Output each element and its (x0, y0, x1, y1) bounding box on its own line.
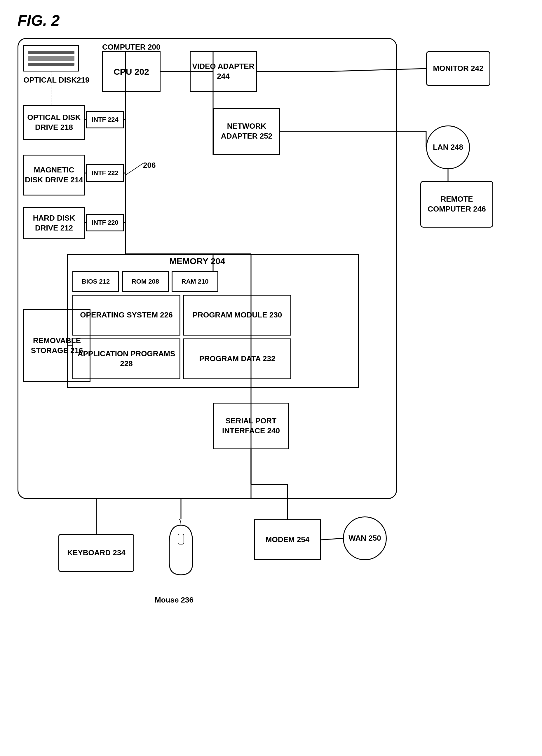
program-module-label: PROGRAM MODULE 230 (193, 310, 282, 320)
remote-computer-label: REMOTE COMPUTER 246 (421, 194, 492, 214)
mouse-icon (163, 519, 198, 578)
hard-drive-box: HARD DISK DRIVE 212 (23, 207, 85, 239)
mouse-area (159, 519, 203, 586)
rom-box: ROM 208 (122, 271, 169, 292)
serial-port-box: SERIAL PORT INTERFACE 240 (213, 403, 289, 449)
magnetic-drive-label: MAGNETIC DISK DRIVE 214 (24, 165, 84, 185)
program-data-box: PROGRAM DATA 232 (183, 338, 291, 379)
program-data-label: PROGRAM DATA 232 (199, 354, 276, 364)
intf222-label: INTF 222 (92, 169, 118, 177)
computer-label: COMPUTER 200 (102, 42, 160, 52)
wan-label: WAN 250 (348, 533, 381, 543)
modem-box: MODEM 254 (254, 519, 321, 560)
program-module-box: PROGRAM MODULE 230 (183, 295, 291, 336)
bios-box: BIOS 212 (72, 271, 119, 292)
keyboard-box: KEYBOARD 234 (58, 534, 134, 572)
os-label: OPERATING SYSTEM 226 (80, 310, 172, 320)
figure-title: FIG. 2 (18, 12, 60, 29)
magnetic-drive-box: MAGNETIC DISK DRIVE 214 (23, 155, 85, 195)
ram-box: RAM 210 (172, 271, 218, 292)
cpu-label: CPU 202 (114, 66, 149, 77)
ram-label: RAM 210 (182, 277, 209, 286)
rom-label: ROM 208 (132, 277, 159, 286)
svg-line-25 (321, 538, 343, 540)
modem-label: MODEM 254 (266, 535, 309, 545)
monitor-label: MONITOR 242 (433, 64, 484, 74)
intf224-label: INTF 224 (92, 116, 118, 124)
removable-storage-label: REMOVABLE STORAGE 216 (24, 336, 90, 356)
intf220-box: INTF 220 (86, 214, 124, 231)
optical-drive-box: OPTICAL DISK DRIVE 218 (23, 105, 85, 140)
monitor-box: MONITOR 242 (426, 51, 490, 86)
intf220-label: INTF 220 (92, 219, 118, 227)
optical-disk-image (23, 45, 79, 71)
cpu-box: CPU 202 (102, 51, 161, 92)
disk-line-3 (28, 63, 74, 66)
lan-circle: LAN 248 (426, 125, 470, 169)
bios-label: BIOS 212 (82, 277, 110, 286)
optical-drive-label: OPTICAL DISK DRIVE 218 (24, 113, 84, 132)
video-adapter-label: VIDEO ADAPTER 244 (191, 62, 256, 81)
wan-circle: WAN 250 (343, 516, 387, 560)
lan-label: LAN 248 (433, 142, 463, 152)
mouse-label: Mouse 236 (155, 595, 194, 605)
keyboard-label: KEYBOARD 234 (67, 548, 125, 558)
serial-port-label: SERIAL PORT INTERFACE 240 (214, 416, 288, 436)
video-adapter-box: VIDEO ADAPTER 244 (190, 51, 257, 92)
removable-storage-box: REMOVABLE STORAGE 216 (23, 309, 90, 382)
remote-computer-box: REMOTE COMPUTER 246 (420, 181, 493, 228)
optical-disk-label: OPTICAL DISK219 (23, 75, 89, 85)
intf224-box: INTF 224 (86, 111, 124, 128)
disk-line-1 (28, 51, 74, 54)
bus-label: 206 (143, 160, 156, 170)
disk-line-2 (28, 56, 74, 61)
network-adapter-label: NETWORK ADAPTER 252 (214, 121, 279, 141)
memory-label: MEMORY 204 (169, 256, 225, 266)
intf222-box: INTF 222 (86, 164, 124, 182)
hard-drive-label: HARD DISK DRIVE 212 (24, 213, 84, 233)
network-adapter-box: NETWORK ADAPTER 252 (213, 108, 280, 155)
